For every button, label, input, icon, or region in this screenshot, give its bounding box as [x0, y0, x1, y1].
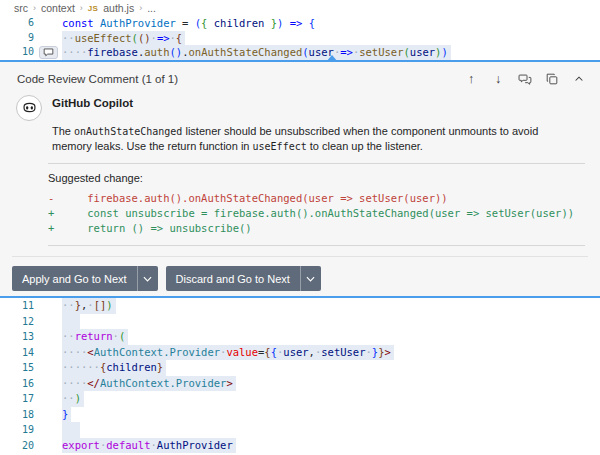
diff-line-add: + const unsubscribe = firebase.auth().on… [0, 206, 600, 221]
code-text: export·default·AuthProvider [62, 438, 236, 454]
discard-dropdown-chevron-icon[interactable] [300, 266, 321, 291]
line-number: 16 [0, 376, 34, 392]
line-number: 17 [0, 391, 34, 407]
line-number: 19 [0, 422, 34, 438]
code-line-15[interactable]: 15······{children} [0, 360, 600, 376]
chevron-up-icon[interactable] [572, 72, 586, 86]
breadcrumb-separator: › [33, 3, 36, 13]
code-text [62, 314, 80, 330]
comment-author-row: GitHub Copilot [16, 95, 600, 121]
code-text: ··) [62, 391, 84, 407]
arrow-up-icon[interactable]: ↑ [464, 72, 478, 86]
code-text: } [62, 407, 71, 423]
breadcrumb-item[interactable]: auth.js [103, 2, 134, 14]
js-file-icon: JS [88, 4, 98, 13]
code-lines-bottom: 11··},·[])1213··return·(14····<AuthConte… [0, 298, 600, 455]
line-number: 20 [0, 438, 34, 454]
arrow-down-icon[interactable]: ↓ [491, 72, 505, 86]
breadcrumb-item[interactable]: context [41, 2, 75, 14]
comment-discussion-icon[interactable] [518, 72, 532, 86]
diff-sign: - [48, 191, 62, 206]
divider [48, 163, 585, 164]
breadcrumb: src›context›JSauth.js›... [0, 0, 600, 16]
comment-body-line: memory leaks. Use the return function in… [52, 139, 582, 154]
copy-icon[interactable] [545, 72, 559, 86]
line-number: 10 [0, 45, 34, 60]
line-number: 11 [0, 298, 34, 314]
suggested-diff: - firebase.auth().onAuthStateChanged(use… [0, 191, 600, 236]
apply-dropdown-chevron-icon[interactable] [137, 266, 158, 291]
code-line-18[interactable]: 18} [0, 407, 600, 423]
diff-sign: + [48, 206, 62, 221]
diff-line-add: + return () => unsubscribe() [0, 221, 600, 236]
code-line-10[interactable]: 10····firebase.auth().onAuthStateChanged… [0, 45, 600, 60]
code-text: ····</AuthContext.Provider> [62, 376, 236, 392]
code-line-11[interactable]: 11··},·[]) [0, 298, 600, 314]
code-review-panel: Code Review Comment (1 of 1) ↑ ↓ [0, 60, 600, 298]
breadcrumb-separator: › [80, 3, 83, 13]
line-number: 9 [0, 31, 34, 46]
code-line-20[interactable]: 20export·default·AuthProvider [0, 438, 600, 454]
panel-toolbar: ↑ ↓ [464, 72, 586, 86]
comment-author: GitHub Copilot [52, 97, 133, 109]
comment-thread-icon[interactable] [39, 46, 58, 59]
code-text: ··return·( [62, 329, 128, 345]
comment-body: The onAuthStateChanged listener should b… [52, 124, 582, 154]
code-line-14[interactable]: 14····<AuthContext.Provider·value={{·use… [0, 345, 600, 361]
copilot-avatar-icon [16, 95, 42, 121]
code-text: const AuthProvider = ({ children }) => { [62, 16, 315, 31]
code-lines-top: 6const AuthProvider = ({ children }) => … [0, 16, 600, 60]
peek-arrow [326, 55, 338, 62]
editor-top-region: src›context›JSauth.js›... 6const AuthPro… [0, 0, 600, 60]
breadcrumb-item[interactable]: ... [147, 2, 156, 14]
apply-and-next-button[interactable]: Apply and Go to Next [12, 266, 158, 291]
line-number: 18 [0, 407, 34, 423]
panel-title: Code Review Comment (1 of 1) [17, 73, 178, 85]
code-text: ····firebase.auth().onAuthStateChanged(u… [62, 45, 451, 60]
breadcrumb-item[interactable]: src [14, 2, 28, 14]
comment-body-line: The onAuthStateChanged listener should b… [52, 124, 582, 139]
panel-header: Code Review Comment (1 of 1) ↑ ↓ [0, 62, 600, 88]
line-number: 15 [0, 360, 34, 376]
code-text: ··},·[]) [62, 298, 116, 314]
diff-code: return () => unsubscribe() [62, 221, 252, 236]
line-number: 13 [0, 329, 34, 345]
diff-sign: + [48, 221, 62, 236]
code-text: ····<AuthContext.Provider·value={{·user,… [62, 345, 394, 361]
divider [12, 256, 588, 257]
diff-code: const unsubscribe = firebase.auth().onAu… [62, 206, 574, 221]
code-line-9[interactable]: 9··useEffect(()·=>·{ [0, 31, 600, 46]
code-line-16[interactable]: 16····</AuthContext.Provider> [0, 376, 600, 392]
suggested-change-label: Suggested change: [48, 172, 600, 184]
diff-code: firebase.auth().onAuthStateChanged(user … [62, 191, 448, 206]
line-number: 12 [0, 314, 34, 330]
code-text: ··useEffect(()·=>·{ [62, 31, 185, 46]
discard-and-next-button[interactable]: Discard and Go to Next [166, 266, 321, 291]
code-line-6[interactable]: 6const AuthProvider = ({ children }) => … [0, 16, 600, 31]
code-line-19[interactable]: 19 [0, 422, 600, 438]
code-line-13[interactable]: 13··return·( [0, 329, 600, 345]
code-line-12[interactable]: 12 [0, 314, 600, 330]
code-text [62, 422, 80, 438]
divider [48, 245, 585, 246]
review-actions: Apply and Go to Next Discard and Go to N… [12, 266, 600, 291]
breadcrumb-separator: › [139, 3, 142, 13]
code-line-17[interactable]: 17··) [0, 391, 600, 407]
vscode-editor-window: src›context›JSauth.js›... 6const AuthPro… [0, 0, 600, 455]
line-number: 14 [0, 345, 34, 361]
line-number: 6 [0, 16, 34, 31]
diff-line-del: - firebase.auth().onAuthStateChanged(use… [0, 191, 600, 206]
code-text: ······{children} [62, 360, 166, 376]
